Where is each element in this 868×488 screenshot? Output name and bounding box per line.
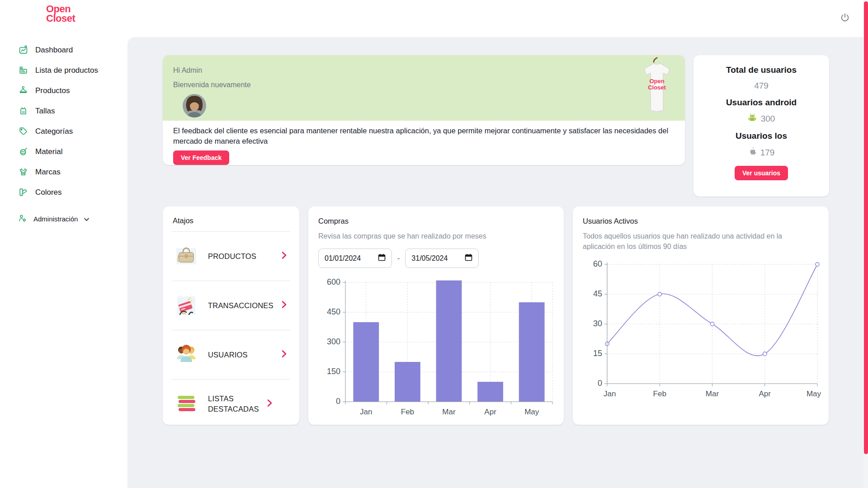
svg-text:600: 600 [327,277,340,286]
people-icon [175,344,197,366]
sidebar-nav: Dashboard Lista de productos [0,37,127,229]
sidebar-item-label: Tallas [35,107,55,116]
bag-icon [175,245,197,267]
admin-avatar [183,94,206,117]
atajo-label: USUARIOS [208,350,281,360]
svg-text:300: 300 [327,337,340,346]
atajo-listas-destacadas[interactable]: LISTAS DESTACADAS [172,380,290,428]
svg-text:Feb: Feb [653,389,666,398]
size-jersey-icon: 30 [18,106,28,116]
logout-power-button[interactable] [837,11,853,26]
welcome-card: Hi Admin Bienvenida nuevamente Open Clos… [163,55,685,165]
chevron-right-icon [267,399,273,409]
chevron-right-icon [281,350,288,360]
tshirt-icon [18,167,28,177]
atajos-title: Atajos [172,206,290,231]
svg-text:60: 60 [593,259,602,268]
tag-icon [18,127,28,136]
sidebar-item-productos[interactable]: Productos [0,80,127,101]
welcome-body: El feedback del cliente es esencial para… [163,121,685,165]
sidebar-item-label: Dashboard [35,46,73,55]
compras-card: Compras Revisa las compras que se han re… [308,206,564,425]
svg-text:May: May [807,389,821,398]
swatches-icon [18,188,28,197]
sidebar-item-label: Colores [35,188,62,197]
hanger-icon [18,86,28,96]
brand-logo[interactable]: Open Closet [46,5,75,23]
sidebar-item-tallas[interactable]: 30 Tallas [0,101,127,121]
atajo-transacciones[interactable]: TRANSACCIONES [172,281,290,330]
ver-usuarios-button[interactable]: Ver usuarios [735,166,788,180]
sidebar-item-categorias[interactable]: Categorías [0,121,127,141]
svg-text:Apr: Apr [484,408,496,416]
sidebar-item-label: Lista de productos [35,66,98,75]
open-closet-dashboard: Open Closet Das [0,0,868,488]
compras-subtitle: Revisa las compras que se han realizado … [318,231,554,241]
atajo-label: LISTAS DESTACADAS [208,394,267,414]
svg-text:0: 0 [336,397,340,406]
ios-users-title: Usuarios los [693,131,829,141]
chevron-down-icon [84,215,89,223]
total-users-value: 479 [693,81,829,91]
main-content: Hi Admin Bienvenida nuevamente Open Clos… [127,37,868,488]
svg-text:450: 450 [327,307,340,316]
tshirt-image: Open Closet [633,57,680,120]
svg-text:45: 45 [593,289,602,298]
ver-feedback-button[interactable]: Ver Feedback [173,150,229,165]
sidebar: Dashboard Lista de productos [0,37,127,488]
sidebar-item-dashboard[interactable]: Dashboard [0,40,127,60]
svg-text:Feb: Feb [401,408,414,416]
chevron-right-icon [281,300,288,310]
svg-text:30: 30 [22,111,24,113]
svg-text:Mar: Mar [706,389,719,398]
apple-icon [748,147,756,158]
credit-card-icon [175,295,197,316]
svg-text:Apr: Apr [759,389,771,398]
scrollbar-track[interactable] [863,0,868,488]
atajo-label: PRODUCTOS [208,251,281,262]
sidebar-item-colores[interactable]: Colores [0,182,127,202]
start-date-input[interactable]: 01/01/2024 [318,249,392,268]
power-icon [840,13,850,24]
sidebar-item-material[interactable]: Material [0,141,127,162]
svg-text:Closet: Closet [648,84,666,91]
svg-text:15: 15 [593,349,602,358]
yarn-icon [18,147,28,157]
sidebar-item-label: Categorías [35,127,73,136]
compras-title: Compras [318,206,554,225]
compras-bar-chart: 0150300450600JanFebMarAprMay [311,274,560,423]
sidebar-item-administracion[interactable]: Administración [0,209,127,229]
sidebar-item-lista-de-productos[interactable]: Lista de productos [0,60,127,80]
android-users-value: 300 [693,113,829,124]
android-users-title: Usuarios android [693,98,829,108]
welcome-subtitle: Bienvenida nuevamente [173,81,685,89]
greeting-text: Hi Admin [173,66,685,75]
product-list-icon [18,66,28,75]
calendar-icon [465,253,472,263]
atajo-label: TRANSACCIONES [208,300,281,311]
calendar-icon [378,253,386,263]
atajos-card: Atajos PRODUCTOS [163,206,299,425]
welcome-header: Hi Admin Bienvenida nuevamente Open Clos… [163,55,685,121]
end-date-input[interactable]: 31/05/2024 [405,249,479,268]
sidebar-item-label: Material [35,147,62,156]
svg-text:Open: Open [649,78,664,84]
sidebar-item-label: Marcas [35,168,61,177]
atajo-usuarios[interactable]: USUARIOS [172,330,290,379]
sidebar-item-marcas[interactable]: Marcas [0,162,127,182]
svg-text:Jan: Jan [360,408,372,416]
date-separator: - [397,254,400,263]
svg-text:May: May [524,408,539,416]
ios-users-value: 179 [693,147,829,158]
atajo-productos[interactable]: PRODUCTOS [172,232,290,281]
usuarios-activos-card: Usuarios Activos Todos aquellos usuarios… [573,206,829,425]
sidebar-item-label: Administración [33,215,78,223]
user-stats-card: Total de usuarios 479 Usuarios android 3… [693,55,829,197]
usuarios-activos-line-chart: 015304560JanFebMarAprMay [580,256,826,405]
svg-text:0: 0 [598,379,602,388]
sidebar-item-label: Productos [35,86,70,95]
scrollbar-thumb[interactable] [864,1,868,454]
topbar: Open Closet [0,0,868,37]
dashboard-icon [18,45,28,55]
usuarios-activos-subtitle: Todos aquellos usuarios que han realizad… [583,231,804,252]
